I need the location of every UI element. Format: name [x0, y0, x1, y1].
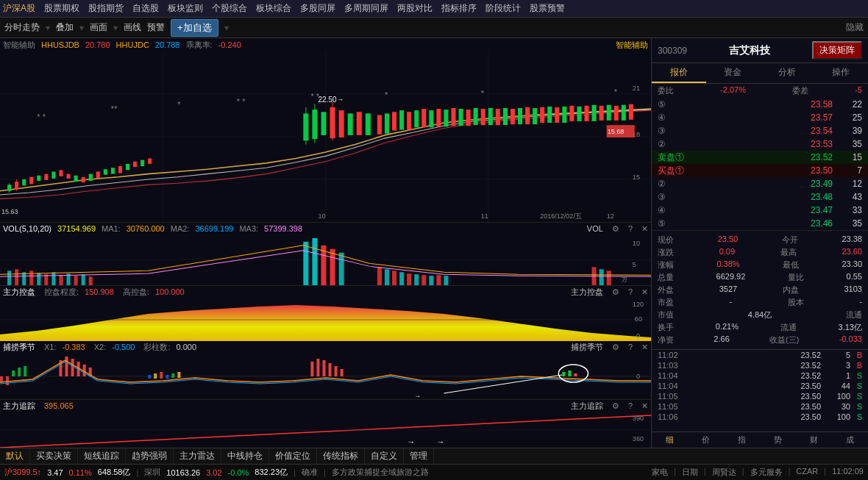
vol-help-icon[interactable]: ?: [628, 224, 633, 233]
tab-baojia[interactable]: 报价: [652, 63, 706, 83]
svg-rect-146: [574, 373, 577, 376]
nav-zbbp[interactable]: 指标排序: [441, 2, 477, 15]
trade-row: 11:05 23.50 100 S: [652, 391, 868, 401]
sub-chart-zhuili[interactable]: 主力追踪 395.065 主力追踪 ⚙ ? ✕ 390 360 → →: [0, 400, 651, 448]
decision-button[interactable]: 决策矩阵: [812, 41, 862, 60]
nav-gpyj[interactable]: 股票预警: [530, 2, 565, 15]
hide-button[interactable]: 隐藏: [846, 21, 864, 34]
panel-bottom-tab-jia[interactable]: 价: [688, 432, 724, 448]
nav-bkjz[interactable]: 板块监则: [168, 2, 203, 15]
kongpan-close-icon[interactable]: ✕: [641, 287, 648, 297]
svg-rect-154: [177, 372, 180, 378]
svg-rect-38: [366, 113, 371, 135]
sep3: |: [324, 468, 326, 477]
candle-chart[interactable]: 22.50→ 15.63 21 18 15 2016/12/02/五 11 10…: [0, 51, 651, 223]
toolbar-fenshizs[interactable]: 分时走势: [4, 21, 40, 34]
trade-price: 23.50: [686, 392, 821, 401]
hhujdc-value: 20.788: [155, 40, 180, 49]
panel-bottom-tab-zhi[interactable]: 指: [724, 432, 760, 448]
sub-chart-bulao[interactable]: 捕捞季节 X1: -0.383 X2: -0.500 彩柱数: 0.000 捕捞…: [0, 341, 651, 400]
btab-moren[interactable]: 默认: [0, 448, 30, 464]
nav-gpqq[interactable]: 股票期权: [44, 2, 79, 15]
nav-dgtq[interactable]: 多股同屏: [300, 2, 335, 15]
svg-rect-54: [488, 108, 493, 125]
status-shenzhen-amt: 832.23亿: [255, 467, 288, 478]
buy-row-5: ⑤ 23.46 35: [652, 217, 868, 230]
btab-jiazhi[interactable]: 价值定位: [269, 448, 317, 464]
nav-ggjh[interactable]: 个股综合: [212, 2, 247, 15]
wp-val: 3527: [719, 284, 737, 295]
tab-zijin[interactable]: 资金: [706, 63, 761, 83]
toolbar-yujing[interactable]: 预警: [147, 21, 165, 34]
trades-section[interactable]: 11:02 23.52 5 B 11:03 23.52 3 B 11:04 23…: [652, 349, 868, 431]
trade-time: 11:04: [658, 371, 686, 380]
btab-maijue[interactable]: 买卖决策: [30, 448, 78, 464]
panel-bottom-tab-xi[interactable]: 细: [652, 432, 688, 448]
nav-bkzh[interactable]: 板块综合: [256, 2, 291, 15]
svg-rect-136: [18, 368, 21, 376]
svg-text:120: 120: [633, 301, 644, 308]
toolbar-hualine[interactable]: 画线: [124, 21, 141, 34]
toolbar-huamian[interactable]: 画面: [90, 21, 107, 34]
sell-row-2: ② 23.53 35: [652, 137, 868, 151]
volume-chart[interactable]: 10 5 万: [0, 234, 651, 286]
status-hushen-val: 3.47: [47, 468, 63, 477]
trade-side: B: [850, 351, 862, 359]
nav-hushen[interactable]: 沪深A股: [3, 2, 35, 15]
vol-close-icon[interactable]: ✕: [641, 224, 648, 234]
zd2-label: 最低: [783, 259, 799, 271]
svg-rect-135: [12, 370, 15, 376]
svg-rect-60: [533, 108, 537, 124]
bulao-help-icon[interactable]: ?: [628, 343, 633, 351]
svg-text:0: 0: [636, 332, 640, 340]
btab-duanxian[interactable]: 短线追踪: [78, 448, 126, 464]
svg-text:*: *: [177, 100, 181, 109]
panel-bottom-tab-cai[interactable]: 财: [796, 432, 832, 448]
nav-lgdb[interactable]: 两股对比: [397, 2, 433, 15]
nav-zixuan[interactable]: 自选股: [132, 2, 159, 15]
panel-bottom-tab-shi[interactable]: 势: [760, 432, 796, 448]
btab-zidingyi[interactable]: 自定义: [365, 448, 404, 464]
kongpan-help-icon[interactable]: ?: [628, 287, 633, 296]
trade-price: 23.50: [686, 382, 821, 390]
sep4: |: [674, 467, 676, 478]
btab-zhulei[interactable]: 主力雷达: [174, 448, 221, 464]
bulao-settings-icon[interactable]: ⚙: [612, 343, 619, 352]
bulao-label: 捕捞季节: [3, 342, 35, 353]
svg-rect-40: [385, 113, 389, 133]
sub-chart-kongpan[interactable]: 主力控盘 控盘程度: 150.908 高控盘: 100.000 主力控盘 ⚙ ?…: [0, 286, 651, 341]
svg-rect-97: [29, 271, 33, 285]
btab-chuantong[interactable]: 传统指标: [317, 448, 365, 464]
jz-val: 2.66: [714, 334, 729, 345]
zhuili-settings-icon[interactable]: ⚙: [612, 401, 619, 411]
add-zixuan-button[interactable]: +加自选: [171, 19, 218, 37]
svg-rect-21: [104, 169, 107, 174]
vol-settings-icon[interactable]: ⚙: [612, 224, 619, 234]
svg-rect-66: [577, 107, 581, 121]
zhuili-close-icon[interactable]: ✕: [641, 401, 648, 411]
svg-rect-44: [414, 110, 419, 127]
svg-text:11: 11: [481, 212, 488, 220]
btab-guanli[interactable]: 管理: [404, 448, 434, 464]
status-bar: 沪3099.5↑ 3.47 0.11% 648.58亿 | 深圳 10163.2…: [0, 464, 868, 480]
svg-text:15.63: 15.63: [1, 208, 18, 215]
panel-bottom-tab-cheng[interactable]: 成: [832, 432, 868, 448]
svg-rect-152: [166, 375, 168, 379]
kongpan-settings-icon[interactable]: ⚙: [612, 287, 619, 297]
nav-jdtj[interactable]: 阶段统计: [485, 2, 521, 15]
btab-qushi[interactable]: 趋势强弱: [126, 448, 174, 464]
tab-caozuo[interactable]: 操作: [814, 63, 869, 83]
svg-rect-45: [421, 109, 426, 127]
tab-fenxi[interactable]: 分析: [760, 63, 814, 83]
svg-rect-112: [385, 269, 389, 285]
nav-dzqtq[interactable]: 多周期同屏: [344, 2, 388, 15]
sy-label: 收益(三): [769, 334, 799, 345]
trade-side: S: [850, 412, 862, 421]
toolbar-dieja[interactable]: 叠加: [56, 21, 74, 34]
zhuili-help-icon[interactable]: ?: [628, 401, 633, 410]
btab-zhongxian[interactable]: 中线持仓: [221, 448, 269, 464]
nav-gzqh[interactable]: 股指期货: [88, 2, 124, 15]
bulao-x2-val: -0.500: [112, 343, 135, 351]
svg-rect-157: [322, 360, 325, 376]
bulao-close-icon[interactable]: ✕: [641, 343, 648, 352]
